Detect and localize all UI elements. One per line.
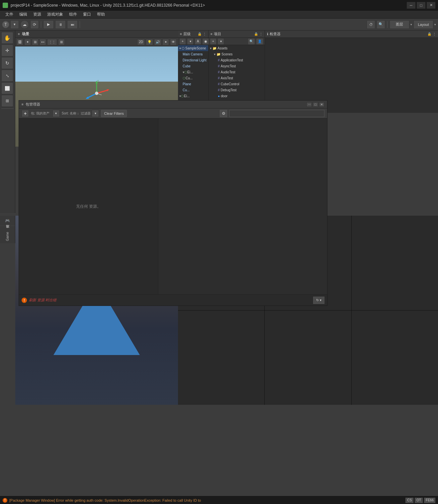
separator-3 (387, 21, 388, 28)
search-button[interactable]: 🔍 (377, 20, 385, 29)
project-file-audiotest[interactable]: # AudioTest (209, 69, 265, 75)
pkg-package-label-text: 包: 我的资产 (31, 111, 49, 116)
scene-grid-btn[interactable]: ⊞ (58, 39, 65, 45)
pkg-package-dropdown-btn[interactable]: ▾ (52, 110, 60, 117)
hierarchy-add-btn[interactable]: + (179, 38, 186, 45)
menu-gameobject[interactable]: 游戏对象 (44, 11, 66, 18)
project-toolbar: + ▾ 🔍 👤 (209, 38, 265, 45)
tool-move[interactable]: ✛ (1, 44, 13, 56)
scene-tools-panel: ✋ ✛ ↻ ⤡ ⬜ ⊞ (0, 31, 15, 213)
pkg-error-text: 刷新 资源 时出错 (29, 298, 56, 303)
cube1-icon: ⬡ (184, 70, 187, 74)
menu-component[interactable]: 组件 (66, 11, 80, 18)
cube2-icon: ⬡ (183, 76, 186, 80)
pkg-gear-btn[interactable]: ⚙ (220, 110, 227, 117)
menu-file[interactable]: 文件 (3, 11, 16, 18)
tool-rotate[interactable]: ↻ (1, 57, 13, 69)
status-error-icon: ! (3, 498, 7, 503)
pkg-clear-filters-btn[interactable]: Clear Filters (101, 110, 127, 117)
tool-scale[interactable]: ⤡ (1, 70, 13, 82)
hierarchy-menu-icon[interactable]: ⋮ (203, 32, 206, 36)
scene-2d-btn[interactable]: 2D (137, 39, 145, 45)
play-button[interactable]: ▶ (43, 20, 54, 29)
close-button[interactable]: ✕ (427, 2, 435, 9)
tool-transform[interactable]: ⊞ (1, 95, 13, 107)
unity-icon (3, 3, 8, 8)
hierarchy-item-plane[interactable]: Cu... (178, 87, 208, 93)
collab-button[interactable]: ⟳ (30, 20, 39, 29)
account-avatar[interactable]: T (2, 21, 9, 28)
project-file-applicationtest[interactable]: # ApplicationTest (209, 57, 265, 63)
scene-fx2-btn[interactable]: ✦ (162, 39, 169, 45)
step-button[interactable]: ⏭ (67, 20, 78, 29)
hierarchy-item-maincamera[interactable]: Main Camera (178, 51, 208, 57)
minimize-button[interactable]: ─ (407, 2, 415, 9)
hierarchy-item-scene[interactable]: ▾ ⬡ SampleScene (178, 45, 208, 51)
project-dropdown-btn[interactable]: ▾ (218, 38, 224, 45)
pause-button[interactable]: ⏸ (55, 20, 66, 29)
menu-window[interactable]: 窗口 (80, 11, 94, 18)
hierarchy-item-cube2[interactable]: ⬡ Cu... (178, 75, 208, 81)
tools-separator (1, 108, 14, 109)
pkg-footer: ! 刷新 资源 时出错 ↻ ▾ (19, 294, 327, 306)
hierarchy-title: 层级 (183, 32, 191, 36)
project-add-btn[interactable]: + (210, 38, 217, 45)
menu-help[interactable]: 帮助 (94, 11, 108, 18)
scene-snap-btn[interactable]: ⊷ (40, 39, 46, 45)
hierarchy-item-cube1[interactable]: ▾ ⬡ Ei... (178, 69, 208, 75)
pkg-add-btn[interactable]: + (22, 110, 29, 117)
inspector-menu-icon[interactable]: ⋮ (433, 32, 436, 36)
pkg-maximize-btn[interactable]: □ (313, 102, 318, 107)
project-file-asynctest[interactable]: # AsyncTest (209, 63, 265, 69)
pkg-dots-btn[interactable]: ⋯ (307, 102, 312, 107)
project-scenes-folder[interactable]: ▾ 📁 Scenes (209, 51, 265, 57)
menu-edit[interactable]: 编辑 (17, 11, 30, 18)
menu-assets[interactable]: 资源 (31, 11, 44, 18)
cloud-button[interactable]: ☁ (20, 20, 29, 29)
scene-shading-btn[interactable]: 🖼 (17, 39, 23, 45)
project-file-door[interactable]: ● door (209, 93, 265, 99)
maximize-button[interactable]: □ (417, 2, 425, 9)
pkg-close-btn[interactable]: ✕ (319, 102, 324, 107)
history-button[interactable]: ⏱ (367, 20, 375, 29)
hierarchy-item-cube[interactable]: Cube (178, 63, 208, 69)
hierarchy-item-cube3[interactable]: Plane (178, 81, 208, 87)
scene-overlay-btn[interactable]: ⋮⋮ (47, 39, 57, 45)
hierarchy-item-label: Plane (183, 82, 191, 86)
project-file-cubecontrol[interactable]: # CubeControl (209, 81, 265, 87)
pkg-filter-dropdown[interactable]: ▾ (92, 110, 99, 117)
ei-icon: ⬡ (181, 94, 184, 98)
project-assets-folder[interactable]: ▾ 📁 Assets (209, 45, 265, 51)
project-person-btn[interactable]: 👤 (256, 38, 263, 45)
grid-cell-4 (178, 311, 264, 405)
pkg-content: 无任何 资源。 (19, 118, 327, 294)
hierarchy-search-btn[interactable]: A (195, 38, 201, 45)
tool-hand[interactable]: ✋ (1, 32, 13, 44)
project-search-btn[interactable]: 🔍 (248, 38, 255, 45)
hierarchy-item-label: Cu... (186, 76, 193, 80)
layout-button[interactable]: Layout (413, 20, 433, 29)
layers-button[interactable]: 图层 (390, 20, 409, 29)
door-icon: ● (218, 94, 220, 98)
scene-hidden-btn[interactable]: 👁 (170, 39, 177, 45)
game-tab[interactable]: 🎮 (0, 216, 15, 226)
game-tab-text[interactable]: 游戏 Game (0, 226, 15, 243)
scene-gizmos-btn[interactable]: ⊞ (32, 39, 39, 45)
project-file-axistest[interactable]: # AxisTest (209, 75, 265, 81)
hierarchy-item-ei[interactable]: ▾ ⬡ Ei... (178, 93, 208, 99)
project-menu-icon[interactable]: ⋮ (259, 32, 263, 36)
hierarchy-filter-btn[interactable]: ◉ (202, 38, 209, 45)
project-file-debugtest[interactable]: # DebugTest (209, 87, 265, 93)
pkg-refresh-btn[interactable]: ↻ ▾ (313, 297, 324, 304)
tool-rect[interactable]: ⬜ (1, 82, 13, 94)
scene-fx-btn[interactable]: ✦ (24, 39, 31, 45)
account-dropdown[interactable]: ▾ (10, 20, 19, 29)
pkg-search-input[interactable] (229, 110, 324, 117)
scene-light-btn[interactable]: 💡 (146, 39, 153, 45)
title-bar: projectP14 - SampleScene - Windows, Mac,… (0, 0, 438, 11)
hierarchy-dropdown-btn[interactable]: ▾ (187, 38, 194, 45)
file-label: DebugTest (221, 88, 237, 92)
refresh-dropdown: ▾ (320, 298, 321, 302)
scene-audio-btn[interactable]: 🔊 (154, 39, 161, 45)
hierarchy-item-dirlight[interactable]: Directional Light (178, 57, 208, 63)
